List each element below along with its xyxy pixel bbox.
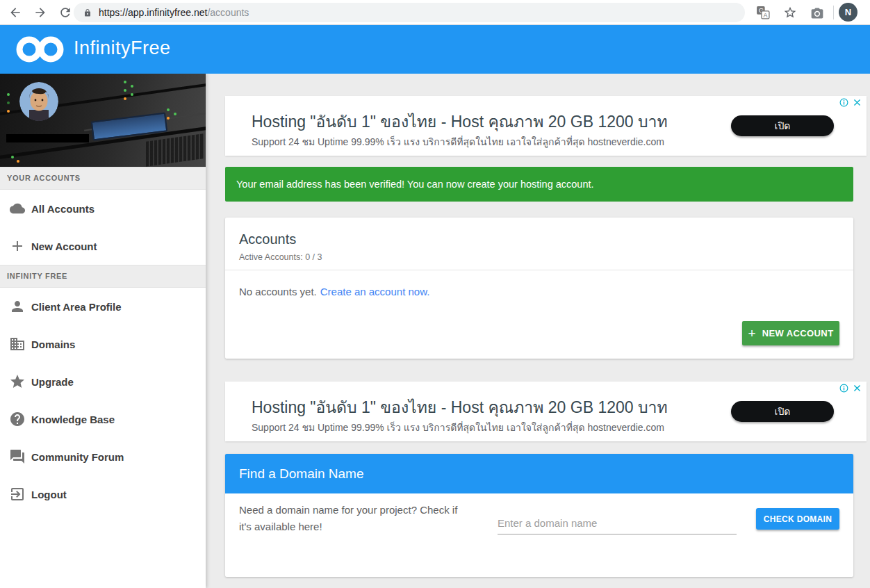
ad-close-icon[interactable] [853, 384, 862, 393]
toolbar-divider [833, 6, 834, 19]
reload-icon[interactable] [58, 6, 72, 19]
ad-subtitle: Support 24 ชม Uptime 99.99% เร็ว แรง บริ… [252, 134, 664, 149]
star-icon [9, 373, 26, 390]
forum-chat-icon [9, 448, 26, 465]
browser-profile-avatar[interactable]: N [839, 3, 857, 22]
profile-banner [0, 74, 206, 167]
back-icon[interactable] [8, 6, 22, 19]
ad-title: Hosting "อันดับ 1" ของไทย - Host คุณภาพ … [252, 109, 668, 134]
user-avatar-photo [19, 82, 58, 121]
ad-banner-top[interactable]: Hosting "อันดับ 1" ของไทย - Host คุณภาพ … [225, 96, 867, 156]
cloud-icon [9, 200, 26, 217]
domain-name-input[interactable] [498, 512, 737, 534]
camera-extension-icon[interactable] [810, 6, 824, 20]
new-account-button[interactable]: + NEW ACCOUNT [742, 321, 839, 345]
sidebar-item-new-account[interactable]: New Account [0, 227, 206, 265]
sidebar-item-community-forum[interactable]: Community Forum [0, 438, 206, 475]
sidebar: YOUR ACCOUNTS All Accounts New Account I… [0, 74, 206, 588]
plus-icon [9, 238, 26, 254]
bookmark-star-icon[interactable] [783, 6, 797, 19]
find-domain-card: Find a Domain Name Need a domain name fo… [225, 454, 853, 577]
lock-icon [83, 8, 92, 18]
username-redaction [6, 134, 89, 142]
accounts-card-header: Accounts Active Accounts: 0 / 3 [225, 218, 853, 270]
adchoices-info-icon[interactable] [839, 384, 848, 393]
sidebar-item-upgrade[interactable]: Upgrade [0, 363, 206, 400]
browser-toolbar: https://app.infinityfree.net/accounts G … [0, 0, 870, 25]
adchoices-info-icon[interactable] [839, 98, 848, 107]
check-domain-button[interactable]: CHECK DOMAIN [756, 508, 839, 530]
create-account-link[interactable]: Create an account now. [320, 286, 430, 297]
server-leds-art [124, 81, 126, 83]
accounts-title: Accounts [239, 231, 839, 247]
forward-icon[interactable] [33, 6, 47, 19]
screen: https://app.infinityfree.net/accounts G … [0, 0, 870, 588]
translate-icon[interactable]: G A [756, 6, 770, 19]
sidebar-section-infinity-free: INFINITY FREE [0, 265, 206, 288]
domain-description: Need a domain name for your project? Che… [239, 502, 468, 535]
sidebar-item-client-area-profile[interactable]: Client Area Profile [0, 288, 206, 325]
url-host: https://app.infinityfree.net [99, 7, 207, 18]
no-accounts-text: No accounts yet.Create an account now. [239, 286, 429, 297]
ad-close-icon[interactable] [853, 98, 862, 107]
ad-open-button[interactable]: เปิด [731, 115, 834, 136]
url-path: /accounts [207, 7, 249, 18]
sidebar-item-knowledge-base[interactable]: Knowledge Base [0, 400, 206, 438]
brand-title[interactable]: InfinityFree [74, 38, 171, 59]
find-domain-header: Find a Domain Name [225, 454, 853, 493]
sidebar-item-domains[interactable]: Domains [0, 325, 206, 363]
ad-banner-bottom[interactable]: Hosting "อันดับ 1" ของไทย - Host คุณภาพ … [225, 382, 867, 441]
svg-text:A: A [764, 12, 768, 19]
domain-building-icon [9, 336, 26, 352]
ad-open-button[interactable]: เปิด [731, 401, 834, 422]
help-circle-icon [9, 411, 26, 427]
server-vents-art [145, 133, 204, 167]
app-header: InfinityFree [0, 25, 870, 74]
find-domain-title: Find a Domain Name [239, 466, 364, 482]
sidebar-item-all-accounts[interactable]: All Accounts [0, 190, 206, 227]
plus-icon: + [748, 327, 756, 340]
ad-subtitle: Support 24 ชม Uptime 99.99% เร็ว แรง บริ… [252, 420, 664, 435]
email-verified-alert: Your email address has been verified! Yo… [225, 167, 853, 202]
person-icon [9, 298, 26, 315]
sidebar-section-your-accounts: YOUR ACCOUNTS [0, 167, 206, 190]
sidebar-item-logout[interactable]: Logout [0, 475, 206, 513]
active-accounts-count: Active Accounts: 0 / 3 [239, 252, 839, 262]
ad-title: Hosting "อันดับ 1" ของไทย - Host คุณภาพ … [252, 395, 668, 420]
accounts-card: Accounts Active Accounts: 0 / 3 No accou… [225, 218, 853, 359]
logout-icon [9, 486, 26, 503]
infinity-logo-icon[interactable] [15, 33, 65, 68]
address-bar[interactable]: https://app.infinityfree.net/accounts [74, 3, 745, 22]
